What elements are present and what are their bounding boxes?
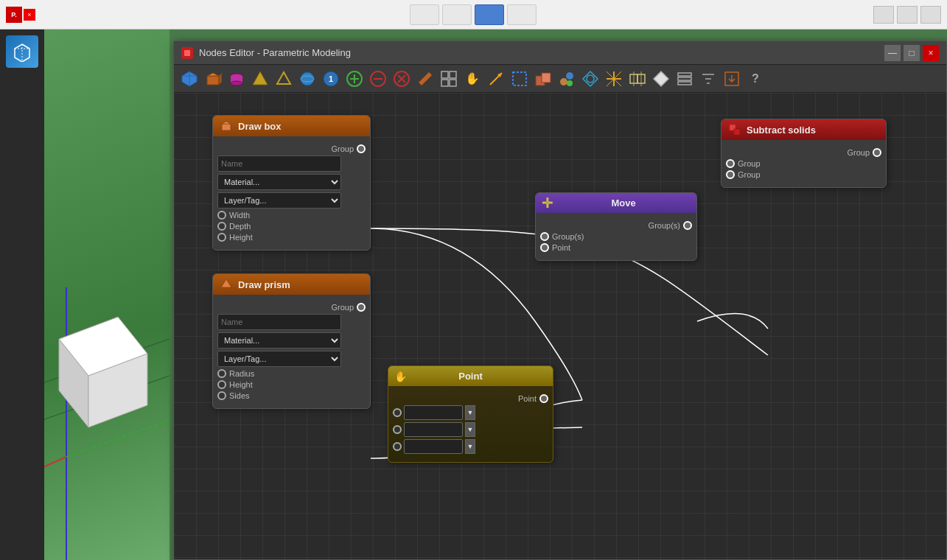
- select-rect-btn[interactable]: [509, 68, 531, 90]
- cross-btn[interactable]: [603, 68, 625, 90]
- arrow-tool-btn[interactable]: [485, 68, 507, 90]
- draw-box-material-select[interactable]: Material...: [217, 174, 341, 190]
- combine-btn[interactable]: [626, 68, 649, 90]
- intersect-btn[interactable]: [579, 68, 601, 90]
- svg-marker-12: [207, 73, 219, 76]
- layers-btn[interactable]: [674, 68, 696, 90]
- svg-point-19: [301, 72, 314, 85]
- draw-box-layer-select[interactable]: Layer/Tag...: [217, 192, 341, 209]
- draw-prism-group-port[interactable]: [357, 303, 366, 312]
- draw-box-node: Draw box Group Material...: [212, 115, 371, 251]
- subtract-group-out-port[interactable]: [873, 148, 881, 157]
- draw-box-name-input[interactable]: [217, 155, 341, 172]
- point-x-spin[interactable]: ▼: [465, 405, 475, 420]
- svg-marker-44: [583, 71, 598, 86]
- draw-prism-height-port[interactable]: [217, 380, 226, 389]
- draw-box-name-row: [217, 155, 366, 172]
- move-body: Group(s) Group(s) Point: [536, 213, 696, 260]
- minimize-button[interactable]: —: [884, 45, 901, 61]
- point-z-input[interactable]: 0: [404, 439, 463, 454]
- draw-box-group-port[interactable]: [357, 144, 366, 153]
- triangle-tool-btn[interactable]: [273, 68, 295, 90]
- help-btn[interactable]: ?: [744, 68, 766, 90]
- pyramid-tool-btn[interactable]: [249, 68, 271, 90]
- svg-marker-54: [654, 71, 668, 86]
- svg-text:1: 1: [329, 74, 333, 83]
- point-z-spin[interactable]: ▼: [465, 439, 475, 454]
- subtract-group2-port[interactable]: [726, 170, 735, 179]
- svg-rect-55: [678, 73, 691, 76]
- close-btn[interactable]: [391, 68, 413, 90]
- app-close-button[interactable]: ×: [24, 9, 35, 21]
- grid-tool-btn[interactable]: [438, 68, 460, 90]
- move-groups-in-port[interactable]: [540, 232, 549, 241]
- draw-box-depth-port[interactable]: [217, 222, 226, 231]
- point-z-port[interactable]: [393, 442, 402, 451]
- add-node-btn[interactable]: [343, 68, 366, 90]
- svg-marker-17: [253, 71, 268, 85]
- sketchup-logo: [6, 35, 38, 68]
- draw-prism-node: Draw prism Group Material...: [212, 273, 371, 409]
- subtract-header: Subtract solids: [721, 119, 886, 140]
- canvas-area[interactable]: Draw box Group Material...: [174, 93, 946, 559]
- point-x-port[interactable]: [393, 408, 402, 417]
- draw-box-width-port[interactable]: [217, 211, 226, 220]
- move-groups-out-row: Group(s): [540, 221, 692, 230]
- svg-line-63: [550, 427, 582, 428]
- draw-box-body: Group Material... Layer/Tag...: [213, 136, 370, 250]
- filter-btn[interactable]: [697, 68, 719, 90]
- draw-prism-material-select[interactable]: Material...: [217, 332, 341, 349]
- svg-point-42: [566, 72, 573, 80]
- subtract-group1-port[interactable]: [726, 159, 735, 168]
- hand-tool-btn[interactable]: ✋: [461, 68, 483, 90]
- draw-prism-height-row: Height: [217, 380, 366, 389]
- move-point-port[interactable]: [540, 243, 549, 252]
- close-window-button[interactable]: ×: [923, 45, 939, 61]
- subtract-group2-row: Group: [726, 170, 881, 179]
- point-y-spin[interactable]: ▼: [465, 422, 475, 437]
- draw-prism-layer-row: Layer/Tag...: [217, 351, 366, 367]
- move-groups-out-port[interactable]: [683, 221, 692, 230]
- point-y-input[interactable]: 0: [404, 422, 463, 437]
- draw-box-depth-row: Depth: [217, 222, 366, 231]
- draw-prism-radius-port[interactable]: [217, 369, 226, 378]
- point-out-row: Point: [393, 394, 548, 403]
- edit-btn[interactable]: [414, 68, 436, 90]
- maximize-button[interactable]: □: [904, 45, 920, 61]
- diamond-btn[interactable]: [650, 68, 672, 90]
- draw-prism-sides-port[interactable]: [217, 391, 226, 400]
- point-y-port[interactable]: [393, 425, 402, 434]
- cube-tool-btn[interactable]: [178, 68, 200, 90]
- move-btn[interactable]: [532, 68, 554, 90]
- paint-btn[interactable]: [556, 68, 578, 90]
- export-btn[interactable]: [721, 68, 743, 90]
- window-title: Nodes Editor - Parametric Modeling: [181, 47, 351, 59]
- draw-box-layer-row: Layer/Tag...: [217, 192, 366, 209]
- sphere-tool-btn[interactable]: [296, 68, 318, 90]
- svg-rect-40: [542, 73, 551, 83]
- point-out-port[interactable]: [539, 394, 548, 403]
- number-tool-btn[interactable]: 1: [320, 68, 342, 90]
- point-x-input[interactable]: 1: [404, 405, 463, 420]
- point-node: ✋ Point Point 1 ▼ 0 ▼: [388, 365, 553, 463]
- cylinder-tool-btn[interactable]: [226, 68, 248, 90]
- window-titlebar: Nodes Editor - Parametric Modeling — □ ×: [174, 41, 946, 65]
- svg-rect-38: [513, 72, 526, 85]
- subtract-body: Group Group Group: [721, 140, 886, 187]
- draw-prism-name-input[interactable]: [217, 314, 341, 330]
- window-controls[interactable]: — □ ×: [884, 45, 939, 61]
- draw-prism-name-row: [217, 314, 366, 330]
- draw-box-height-row: Height: [217, 233, 366, 242]
- draw-prism-layer-select[interactable]: Layer/Tag...: [217, 351, 341, 367]
- point-x-row: 1 ▼: [393, 405, 548, 420]
- box-tool-btn[interactable]: [202, 68, 224, 90]
- svg-rect-34: [441, 80, 448, 86]
- svg-marker-69: [221, 279, 231, 287]
- move-header: ✛ Move: [536, 193, 696, 213]
- move-groups-in-row: Group(s): [540, 232, 692, 241]
- subtract-btn[interactable]: [367, 68, 389, 90]
- draw-box-header: Draw box: [213, 116, 370, 136]
- point-z-row: 0 ▼: [393, 439, 548, 454]
- draw-box-height-port[interactable]: [217, 233, 226, 242]
- svg-rect-56: [678, 77, 691, 80]
